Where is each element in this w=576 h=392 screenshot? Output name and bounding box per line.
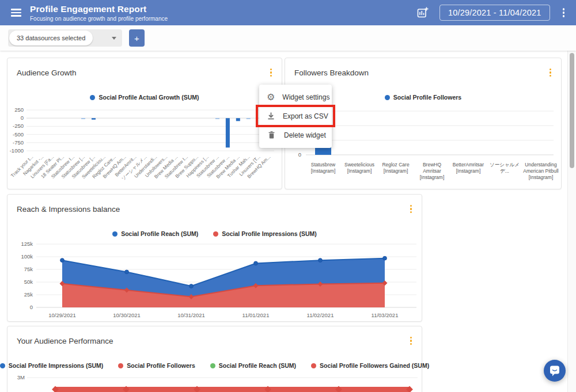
widget-title: Audience Growth (17, 68, 77, 77)
header-kebab-menu[interactable] (559, 6, 568, 19)
download-icon (267, 111, 275, 121)
datasource-toolbar: 33 datasources selected + (0, 25, 576, 51)
menu-item-export-csv[interactable]: Export as CSV (259, 106, 332, 125)
widget-title: Reach & Impressions balance (17, 205, 120, 214)
legend-label: Social Profile Followers (127, 362, 195, 369)
legend-label: Social Profile Followers Gained (SUM) (320, 362, 429, 369)
svg-text:11/03/2021: 11/03/2021 (372, 312, 399, 318)
legend-item: Social Profile Reach (SUM) (210, 362, 296, 369)
datasource-select[interactable]: 33 datasources selected (8, 29, 122, 47)
legend-dot-icon (213, 231, 218, 237)
svg-text:25k: 25k (24, 291, 33, 298)
legend-dot-icon (210, 363, 215, 368)
x-axis-label: BetterAmritsar [Instagram] (450, 162, 487, 174)
dashboard-page: Profile Engagement Report Focusing on au… (0, 0, 576, 392)
page-scrollbar-thumb[interactable] (570, 53, 574, 168)
menu-item-widget-settings[interactable]: ⚙ Widget settings (259, 87, 332, 106)
widget-kebab-menu[interactable] (407, 203, 415, 215)
legend-label: Social Profile Impressions (SUM) (222, 230, 317, 237)
legend-label: Social Profile Reach (SUM) (219, 362, 296, 369)
chevron-down-icon (112, 37, 116, 40)
audience-performance-chart: 3M (7, 372, 423, 392)
legend-item: Social Profile Impressions (SUM) (0, 362, 103, 369)
page-scrollbar-track[interactable] (567, 51, 576, 392)
svg-text:-500: -500 (13, 131, 24, 138)
svg-text:11/01/2021: 11/01/2021 (242, 312, 270, 318)
legend-item: Social Profile Followers (385, 94, 461, 101)
x-axis-label: ソーシャルメデ... (486, 162, 523, 174)
legend-dot-icon (311, 363, 316, 368)
svg-text:100k: 100k (21, 253, 33, 260)
svg-text:0: 0 (21, 115, 24, 121)
chat-launcher-button[interactable] (544, 360, 566, 382)
svg-text:50k: 50k (24, 279, 33, 285)
svg-text:10/30/2021: 10/30/2021 (113, 312, 141, 318)
widget-audience-growth: Audience Growth Social Profile Actual Gr… (7, 58, 282, 189)
legend-label: Social Profile Reach (SUM) (121, 230, 198, 237)
legend-dot-icon (90, 95, 95, 100)
page-title: Profile Engagement Report (30, 4, 168, 14)
followers-breakdown-xlabels: Statusbrew [Instagram]Sweetelicious [Ins… (285, 162, 562, 189)
svg-text:75k: 75k (24, 266, 33, 272)
x-axis-label: Statusbrew [Instagram] (305, 162, 342, 174)
audience-performance-legend: Social Profile Impressions (SUM)Social P… (7, 362, 422, 369)
widget-reach-impressions: Reach & Impressions balance Social Profi… (7, 194, 422, 322)
svg-text:125k: 125k (21, 241, 33, 247)
svg-text:250: 250 (14, 106, 24, 113)
svg-text:-750: -750 (13, 139, 24, 146)
legend-label: Social Profile Actual Growth (SUM) (98, 94, 199, 101)
svg-text:3M: 3M (17, 374, 25, 380)
legend-dot-icon (385, 95, 390, 100)
page-subtitle: Focusing on audience growth and profile … (30, 16, 168, 22)
date-range-picker[interactable]: 10/29/2021 - 11/04/2021 (439, 5, 550, 21)
chat-bubble-icon (548, 364, 562, 378)
svg-text:11/02/2021: 11/02/2021 (307, 312, 334, 318)
legend-item: Social Profile Impressions (SUM) (213, 230, 317, 237)
datasource-count-pill: 33 datasources selected (9, 31, 93, 45)
x-axis-label: Sweetelicious [Instagram] (341, 162, 378, 174)
widget-title: Followers Breakdown (294, 68, 369, 77)
widget-kebab-menu[interactable] (267, 66, 275, 79)
x-axis-label: BrewHQ Amritsar [Instagram] (414, 162, 450, 181)
svg-text:-1000: -1000 (10, 147, 24, 154)
add-report-icon[interactable] (415, 5, 430, 20)
widget-audience-performance: Your Audience Performance Social Profile… (7, 326, 422, 392)
x-axis-label: Understanding American Pitbull [Instagra… (522, 162, 559, 181)
add-widget-button[interactable]: + (129, 29, 145, 47)
legend-dot-icon (112, 231, 118, 237)
trash-icon (267, 130, 276, 140)
widget-context-menu: ⚙ Widget settings Export as CSV (259, 85, 332, 148)
legend-item: Social Profile Followers (118, 362, 195, 369)
widget-kebab-menu[interactable] (547, 66, 554, 79)
legend-label: Social Profile Impressions (SUM) (9, 362, 104, 369)
legend-item: Social Profile Actual Growth (SUM) (90, 94, 199, 101)
report-title-block: Profile Engagement Report Focusing on au… (30, 4, 168, 22)
svg-text:0: 0 (298, 151, 301, 158)
audience-growth-legend: Social Profile Actual Growth (SUM) (7, 94, 282, 101)
svg-text:0: 0 (30, 304, 33, 310)
x-axis-label: Regloz Care [Instagram] (377, 162, 414, 174)
legend-item: Social Profile Reach (SUM) (112, 230, 198, 237)
menu-icon[interactable] (6, 2, 26, 23)
legend-dot-icon (0, 363, 5, 368)
widget-title: Your Audience Performance (17, 337, 113, 345)
reach-impressions-chart: 125k100k75k50k25k010/29/202110/30/202110… (7, 239, 423, 325)
svg-text:10/31/2021: 10/31/2021 (177, 312, 205, 318)
menu-item-delete-widget[interactable]: Delete widget (259, 125, 332, 144)
gear-icon: ⚙ (267, 92, 275, 102)
legend-label: Social Profile Followers (393, 94, 461, 101)
widget-kebab-menu[interactable] (407, 334, 415, 347)
legend-item: Social Profile Followers Gained (SUM) (311, 362, 429, 369)
svg-text:10/29/2021: 10/29/2021 (48, 312, 76, 318)
app-header: Profile Engagement Report Focusing on au… (0, 0, 576, 25)
legend-dot-icon (118, 363, 123, 368)
reach-impressions-legend: Social Profile Reach (SUM)Social Profile… (7, 230, 422, 237)
audience-growth-chart: 2500-250-500-750-1000Track your t...Naga… (7, 105, 283, 190)
svg-text:-250: -250 (13, 123, 24, 129)
